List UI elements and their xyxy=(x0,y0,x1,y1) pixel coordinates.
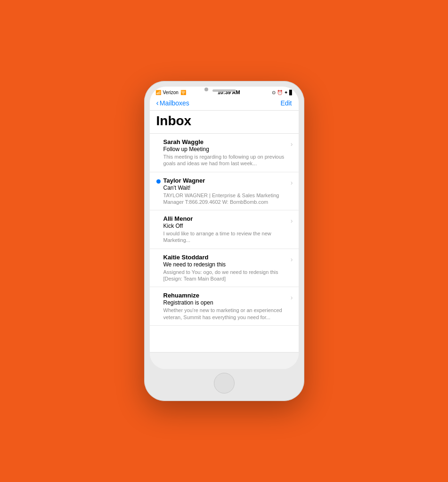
carrier-name: Verizon xyxy=(163,90,179,95)
email-preview-5: Whether you're new to marketing or an ex… xyxy=(163,307,288,321)
email-preview-3: I would like to arrange a time to review… xyxy=(163,230,288,244)
email-subject-4: We need to redesign this xyxy=(163,261,288,268)
battery-icon: ▊ xyxy=(289,90,293,95)
wifi-icon: 🛜 xyxy=(180,90,186,95)
email-item-sarah-waggle[interactable]: Sarah Waggle Follow up Meeting This meet… xyxy=(150,134,299,172)
email-chevron-2: › xyxy=(291,179,293,186)
email-sender-3: Alli Menor xyxy=(163,215,288,222)
status-left: 📶 Verizon 🛜 xyxy=(155,90,186,95)
email-chevron-5: › xyxy=(291,294,293,301)
email-content-2: Taylor Wagner Can't Wait! TAYLOR WAGNER … xyxy=(163,177,288,206)
phone-speaker xyxy=(212,89,236,92)
email-content-3: Alli Menor Kick Off I would like to arra… xyxy=(163,215,288,244)
bottom-toolbar xyxy=(150,352,299,369)
signal-icon: 📶 xyxy=(155,90,161,95)
phone-camera xyxy=(204,88,208,91)
status-bar: 📶 Verizon 🛜 10:39 AM ⊙ ⏰ ✦ ▊ xyxy=(150,87,299,97)
email-item-taylor-wagner[interactable]: Taylor Wagner Can't Wait! TAYLOR WAGNER … xyxy=(150,172,299,211)
back-chevron-icon: ‹ xyxy=(156,99,159,107)
unread-indicator-2 xyxy=(156,179,161,184)
screen-rotation-icon: ⊙ xyxy=(272,90,276,95)
phone-frame: 📶 Verizon 🛜 10:39 AM ⊙ ⏰ ✦ ▊ ‹ Mailboxes… xyxy=(144,81,304,401)
alarm-icon: ⏰ xyxy=(277,90,283,95)
email-preview-1: This meeting is regarding to following u… xyxy=(163,153,288,167)
navigation-bar: ‹ Mailboxes Edit xyxy=(150,97,299,111)
email-list: Sarah Waggle Follow up Meeting This meet… xyxy=(150,134,299,352)
email-sender-1: Sarah Waggle xyxy=(163,138,288,145)
email-subject-2: Can't Wait! xyxy=(163,185,288,191)
email-content-5: Rehuamnize Registration is open Whether … xyxy=(163,292,288,321)
back-label: Mailboxes xyxy=(160,99,189,107)
email-subject-3: Kick Off xyxy=(163,223,288,229)
email-item-kaitie-stoddard[interactable]: Kaitie Stoddard We need to redesign this… xyxy=(150,249,299,288)
email-item-alli-menor[interactable]: Alli Menor Kick Off I would like to arra… xyxy=(150,210,299,249)
email-chevron-3: › xyxy=(291,217,293,225)
email-preview-4: Assigned to You: ogo, do we need to rede… xyxy=(163,269,288,282)
email-content-1: Sarah Waggle Follow up Meeting This meet… xyxy=(163,138,288,167)
inbox-title: Inbox xyxy=(150,111,299,134)
email-subject-5: Registration is open xyxy=(163,299,288,306)
email-sender-2: Taylor Wagner xyxy=(163,177,288,184)
email-sender-5: Rehuamnize xyxy=(163,292,288,299)
email-preview-2: TAYLOR WAGNER | Enterprise & Sales Marke… xyxy=(163,192,288,206)
email-content-4: Kaitie Stoddard We need to redesign this… xyxy=(163,254,288,282)
bluetooth-icon: ✦ xyxy=(284,90,288,95)
email-item-rehuamnize[interactable]: Rehuamnize Registration is open Whether … xyxy=(150,287,299,326)
email-chevron-4: › xyxy=(291,256,293,263)
back-button[interactable]: ‹ Mailboxes xyxy=(156,99,189,107)
status-right: ⊙ ⏰ ✦ ▊ xyxy=(272,90,293,95)
email-sender-4: Kaitie Stoddard xyxy=(163,254,288,261)
email-subject-1: Follow up Meeting xyxy=(163,146,288,153)
home-button[interactable] xyxy=(214,373,235,394)
edit-button[interactable]: Edit xyxy=(280,99,292,107)
email-chevron-1: › xyxy=(291,140,293,148)
phone-screen: 📶 Verizon 🛜 10:39 AM ⊙ ⏰ ✦ ▊ ‹ Mailboxes… xyxy=(150,87,299,369)
